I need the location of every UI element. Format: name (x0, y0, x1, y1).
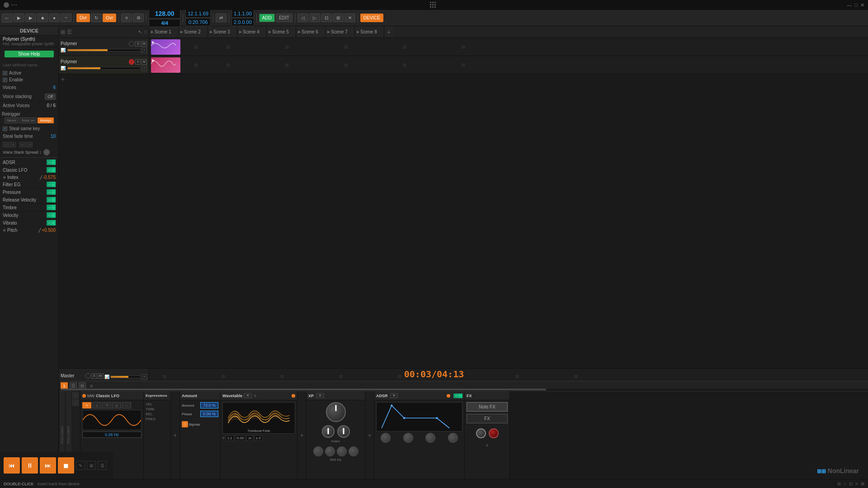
grid-view-icon[interactable]: ⊞ (61, 29, 65, 35)
sync-button[interactable]: ⇌ (216, 14, 226, 22)
scene-1-btn[interactable]: ▶ Scene 1 (149, 26, 179, 38)
scroll-thumb[interactable] (61, 389, 546, 390)
transport-extra-2[interactable]: ⊞ (87, 461, 96, 470)
classic-lfo-arrow-left[interactable]: ←→ (47, 167, 56, 173)
stop-button[interactable]: ■ (37, 14, 48, 22)
wt-stereo-display[interactable]: st (246, 435, 253, 441)
window-maximize-icon[interactable]: □ (854, 2, 858, 8)
adsr-decay-knob[interactable] (403, 433, 413, 443)
master-sol-btn[interactable]: S (92, 373, 97, 379)
play-alt-button[interactable]: ▶ (25, 14, 36, 22)
edit-button[interactable]: EDIT (276, 14, 292, 22)
adsr-release-knob[interactable] (448, 433, 458, 443)
btab-close-btn[interactable]: ✕ (90, 384, 93, 389)
time-sig-display[interactable]: 4/4 (149, 19, 180, 27)
media-back-button[interactable]: ◁ (297, 14, 308, 22)
close-button[interactable] (4, 2, 9, 8)
bipolar-indicator[interactable]: ⬡ (182, 421, 188, 427)
track-1-clip-1[interactable]: ▶ (151, 39, 180, 55)
xp-mini-2[interactable] (325, 446, 335, 456)
track-2-vol-bar[interactable] (67, 67, 141, 70)
tempo-display[interactable]: 128.00 (149, 9, 180, 19)
play-button[interactable]: ▶ (14, 14, 24, 22)
release-velocity-arrow[interactable]: ←→ (47, 197, 56, 202)
vibrato-arrow[interactable]: ←→ (47, 220, 56, 225)
t2e3[interactable] (226, 63, 230, 67)
xp-mini-4[interactable] (349, 446, 359, 456)
steal-same-key-row[interactable]: ✓ Steal same key (0, 125, 58, 132)
transport-forward-btn[interactable]: ⏭ (40, 457, 56, 474)
me8[interactable] (574, 375, 578, 378)
media-x-button[interactable]: ✕ (344, 14, 355, 22)
scene-4-btn[interactable]: ▶ Scene 4 (237, 26, 267, 38)
xp-mini-3[interactable] (337, 446, 347, 456)
xp-knob-1[interactable] (322, 425, 335, 438)
over2-button[interactable]: Ovr (103, 14, 116, 22)
index-x-button[interactable]: ✕ (3, 175, 6, 180)
wt-detune-display[interactable]: 0.00 (235, 435, 246, 441)
filter-eg-arrow[interactable]: ←→ (47, 182, 56, 187)
track-2-rec-btn[interactable] (129, 59, 134, 65)
steal-same-key-checkbox[interactable]: ✓ (3, 127, 7, 131)
track-2-sol-btn[interactable]: S (135, 59, 141, 65)
status-icon-5[interactable]: ⊠ (861, 481, 864, 486)
adsr-attack-knob[interactable] (381, 433, 391, 443)
arr-left1[interactable]: ← (3, 142, 9, 147)
me3[interactable] (280, 375, 284, 378)
t2e6[interactable] (403, 63, 406, 67)
add-button[interactable]: ADD (259, 14, 275, 22)
media-rec2-button[interactable]: ⊞ (333, 14, 344, 22)
status-icon-4[interactable]: ≡ (855, 481, 858, 486)
me6[interactable] (457, 375, 460, 378)
status-icon-1[interactable]: ⊞ (837, 481, 841, 486)
scene-8-btn[interactable]: ▶ Scene 8 (355, 26, 384, 38)
lfo-sine-btn[interactable]: ∿ (82, 402, 91, 408)
adsr-arrow-indicator[interactable]: ←→ (453, 394, 462, 398)
media-fwd-button[interactable]: ▷ (309, 14, 320, 22)
notefx-add-button[interactable]: + (485, 441, 489, 449)
timbre-arrow[interactable]: ←→ (47, 205, 56, 210)
notefx-knob-1[interactable] (476, 428, 486, 438)
t1e5[interactable] (344, 45, 348, 49)
pressure-arrow[interactable]: ←→ (47, 189, 56, 195)
lfo-power-indicator[interactable] (82, 394, 86, 398)
lfo-saw-btn[interactable]: /| (112, 402, 121, 408)
velocity-arrow[interactable]: ←→ (47, 212, 56, 218)
add-xp-button[interactable]: + (368, 432, 371, 439)
active-checkbox[interactable]: ✓ (3, 71, 7, 75)
bar-position-display[interactable]: 12.1.1.69 (185, 9, 211, 18)
status-icon-2[interactable]: □ (844, 481, 846, 486)
punch-out-display[interactable]: 2.0.0.00 (231, 18, 254, 26)
wavetable-power[interactable] (292, 394, 295, 398)
transport-extra-3[interactable]: ☰ (98, 461, 107, 470)
wt-ratio-display[interactable]: 1:1 (226, 435, 234, 441)
device-button[interactable]: DEVICE (360, 14, 383, 22)
retrigger-note-on[interactable]: Note on (19, 117, 37, 123)
enable-checkbox[interactable]: ✓ (3, 78, 7, 82)
me4[interactable] (339, 375, 343, 378)
scene-6-btn[interactable]: ▶ Scene 6 (296, 26, 326, 38)
master-mut-btn[interactable]: M (98, 373, 104, 379)
pitch-x-button[interactable]: ✕ (3, 228, 6, 233)
t2e5[interactable] (344, 63, 348, 67)
add-scene-button[interactable]: + (384, 26, 393, 38)
track-1-vol-bar[interactable] (67, 49, 141, 52)
track-1-mut-btn[interactable]: M (142, 41, 147, 47)
scroll-up-btn[interactable]: ↑ (72, 392, 79, 399)
back-button[interactable]: ← (2, 14, 13, 23)
list-view-icon[interactable]: ☰ (67, 29, 72, 35)
scene-5-btn[interactable]: ▶ Scene 5 (267, 26, 296, 38)
fx-button[interactable]: FX (467, 414, 508, 423)
add-wavetable-button[interactable]: + (300, 432, 303, 439)
wavetable-display[interactable]: Trombone Forte (222, 402, 295, 434)
t1e4[interactable] (285, 45, 289, 49)
me5[interactable] (398, 375, 401, 378)
loop-button[interactable]: ↻ (91, 14, 102, 22)
lfo-rate-display[interactable]: 0.26 Hz (82, 432, 142, 438)
voice-stacking-button[interactable]: Off (45, 94, 56, 100)
transport-stop-btn[interactable]: ◼ (58, 457, 74, 474)
punch-in-display[interactable]: 1.1.1.00 (231, 9, 254, 18)
t2e7[interactable] (462, 63, 465, 67)
window-close-icon[interactable]: ✕ (860, 2, 864, 8)
me2[interactable] (222, 375, 225, 378)
